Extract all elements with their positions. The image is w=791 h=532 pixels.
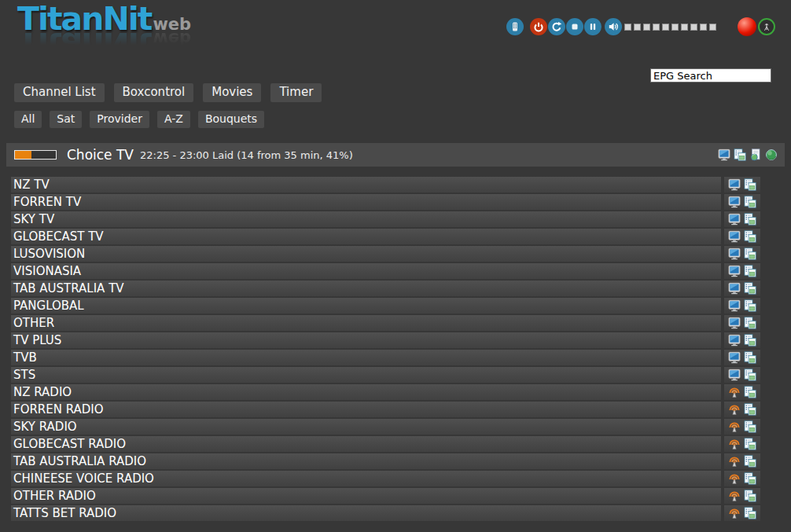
channel-name[interactable]: SKY TV <box>11 211 721 227</box>
channel-row: CHINEESE VOICE RADIO <box>11 471 760 486</box>
channel-name[interactable]: OTHER RADIO <box>11 488 721 504</box>
epg-list-icon[interactable] <box>744 455 756 468</box>
filter-provider[interactable]: Provider <box>90 111 149 128</box>
current-epg-info: 22:25 - 23:00 Laid (14 from 35 min, 41%) <box>140 149 353 161</box>
web-icon[interactable] <box>765 149 778 161</box>
tab-timer[interactable]: Timer <box>270 83 322 102</box>
power-icon[interactable] <box>530 18 547 35</box>
epg-list-icon[interactable] <box>744 490 756 502</box>
epg-list-icon[interactable] <box>734 149 746 161</box>
channel-row-actions <box>724 177 760 193</box>
epg-list-icon[interactable] <box>744 230 756 243</box>
channel-name[interactable]: GLOBECAST TV <box>11 229 721 244</box>
radio-icon[interactable] <box>728 386 741 398</box>
epg-list-icon[interactable] <box>744 386 756 398</box>
epg-list-icon[interactable] <box>744 299 756 312</box>
epg-list-icon[interactable] <box>744 334 756 347</box>
volume-segment[interactable] <box>643 24 650 31</box>
epg-list-icon[interactable] <box>744 403 756 416</box>
volume-segment[interactable] <box>653 24 660 31</box>
channel-row: TVB <box>11 350 760 365</box>
stop-icon[interactable] <box>566 18 583 35</box>
channel-name[interactable]: TV PLUS <box>11 332 721 348</box>
filter-bouquets[interactable]: Bouquets <box>198 111 264 128</box>
tab-boxcontrol[interactable]: Boxcontrol <box>114 83 194 102</box>
epg-list-icon[interactable] <box>744 248 756 260</box>
tab-channel-list[interactable]: Channel List <box>14 83 105 102</box>
tv-icon[interactable] <box>728 248 741 260</box>
radio-icon[interactable] <box>728 490 741 502</box>
epg-list-icon[interactable] <box>744 507 756 519</box>
radio-icon[interactable] <box>728 472 741 485</box>
channel-row-actions <box>724 194 760 210</box>
tv-icon[interactable] <box>728 317 741 329</box>
epg-list-icon[interactable] <box>744 282 756 295</box>
main-nav: Channel List Boxcontrol Movies Timer <box>14 83 791 102</box>
epg-list-icon[interactable] <box>744 317 756 329</box>
epg-list-icon[interactable] <box>744 213 756 226</box>
epg-list-icon[interactable] <box>744 265 756 277</box>
radio-icon[interactable] <box>728 403 741 416</box>
volume-segment[interactable] <box>709 24 716 31</box>
reload-icon[interactable] <box>548 18 565 35</box>
tv-icon[interactable] <box>728 351 741 364</box>
filter-az[interactable]: A-Z <box>157 111 190 128</box>
epg-list-icon[interactable] <box>744 196 756 208</box>
channel-name[interactable]: OTHER <box>11 315 721 331</box>
tv-icon[interactable] <box>728 213 741 226</box>
channel-name[interactable]: VISIONASIA <box>11 263 721 279</box>
epg-search-input[interactable] <box>650 68 771 83</box>
now-playing-actions <box>718 149 778 161</box>
channel-name[interactable]: TAB AUSTRALIA TV <box>11 281 721 296</box>
channel-name[interactable]: SKY RADIO <box>11 419 721 435</box>
epg-document-icon[interactable] <box>749 149 762 161</box>
channel-name[interactable]: LUSOVISION <box>11 246 721 262</box>
tv-icon[interactable] <box>728 265 741 277</box>
channel-row: OTHER RADIO <box>11 488 760 504</box>
volume-segment[interactable] <box>624 24 631 31</box>
tv-icon[interactable] <box>728 369 741 381</box>
volume-segment[interactable] <box>634 24 641 31</box>
radio-icon[interactable] <box>728 507 741 519</box>
stream-icon[interactable] <box>758 18 775 35</box>
tv-icon[interactable] <box>728 282 741 295</box>
epg-list-icon[interactable] <box>744 420 756 433</box>
epg-list-icon[interactable] <box>744 369 756 381</box>
current-channel-name: Choice TV <box>67 147 134 163</box>
volume-segment[interactable] <box>681 24 688 31</box>
volume-segment[interactable] <box>662 24 669 31</box>
volume-segment[interactable] <box>690 24 697 31</box>
channel-name[interactable]: FORREN RADIO <box>11 402 721 417</box>
radio-icon[interactable] <box>728 438 741 450</box>
tv-icon[interactable] <box>728 334 741 347</box>
tv-icon[interactable] <box>728 196 741 208</box>
radio-icon[interactable] <box>728 455 741 468</box>
channel-name[interactable]: PANGLOBAL <box>11 298 721 314</box>
volume-icon[interactable] <box>605 18 622 35</box>
tv-icon[interactable] <box>728 299 741 312</box>
channel-name[interactable]: FORREN TV <box>11 194 721 210</box>
epg-list-icon[interactable] <box>744 472 756 485</box>
volume-segment[interactable] <box>671 24 679 31</box>
channel-name[interactable]: NZ TV <box>11 177 721 193</box>
tv-screen-icon[interactable] <box>718 149 730 161</box>
epg-list-icon[interactable] <box>744 178 756 191</box>
tab-movies[interactable]: Movies <box>203 83 261 102</box>
channel-name[interactable]: TVB <box>11 350 721 365</box>
remote-icon[interactable] <box>506 18 524 35</box>
tv-icon[interactable] <box>728 178 741 191</box>
channel-name[interactable]: CHINEESE VOICE RADIO <box>11 471 721 486</box>
channel-name[interactable]: GLOBECAST RADIO <box>11 436 721 452</box>
channel-name[interactable]: STS <box>11 367 721 383</box>
epg-list-icon[interactable] <box>744 351 756 364</box>
volume-segment[interactable] <box>700 24 707 31</box>
radio-icon[interactable] <box>728 420 741 433</box>
filter-all[interactable]: All <box>14 111 42 128</box>
channel-name[interactable]: TAB AUSTRALIA RADIO <box>11 453 721 469</box>
epg-list-icon[interactable] <box>744 438 756 450</box>
channel-name[interactable]: NZ RADIO <box>11 384 721 400</box>
tv-icon[interactable] <box>728 230 741 243</box>
channel-name[interactable]: TATTS BET RADIO <box>11 505 721 521</box>
filter-sat[interactable]: Sat <box>50 111 82 128</box>
pause-icon[interactable] <box>584 18 602 35</box>
